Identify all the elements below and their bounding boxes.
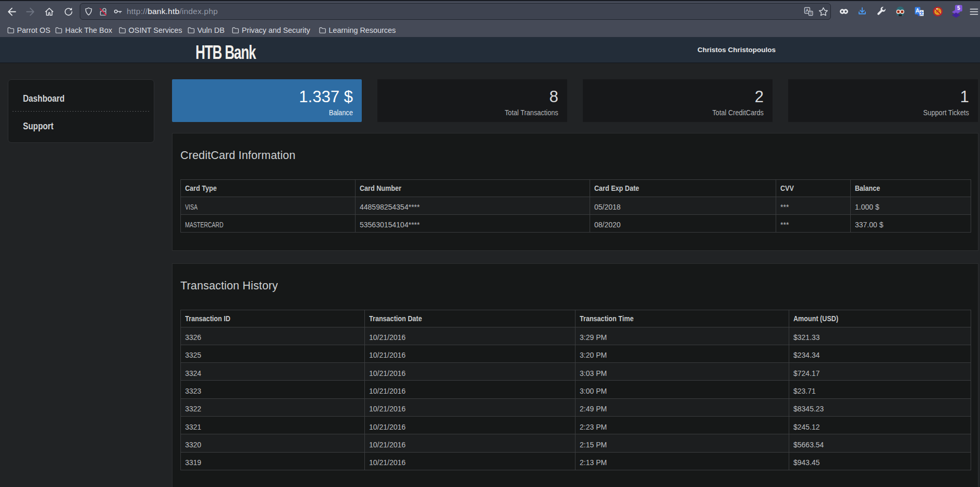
svg-text:A: A (915, 7, 919, 13)
svg-text:文: 文 (919, 10, 924, 15)
svg-text:?: ? (810, 11, 812, 16)
svg-text:5: 5 (957, 5, 960, 11)
